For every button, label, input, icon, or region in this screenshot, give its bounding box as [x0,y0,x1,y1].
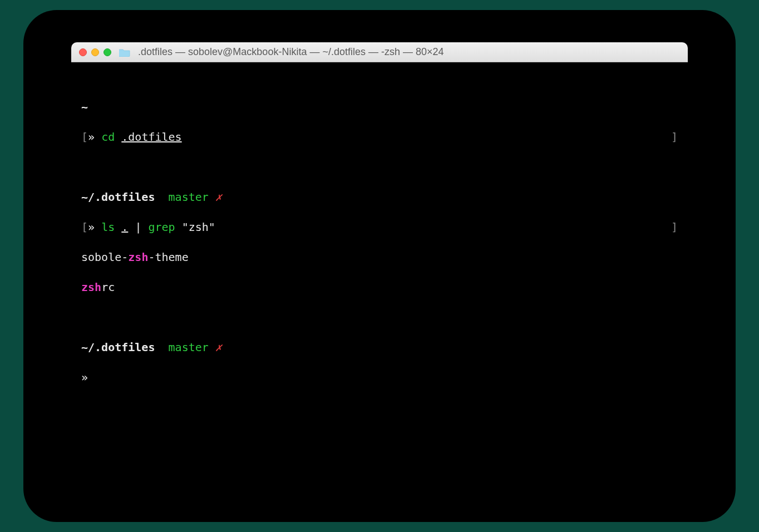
cmd-cd: cd [101,130,115,144]
grep-match: zsh [128,250,148,264]
cwd: ~ [81,100,88,114]
close-icon[interactable] [79,48,87,56]
git-branch: master [169,341,209,354]
cmd-arg-dotfiles: .dotfiles [121,130,181,144]
cmd-grep: grep [148,220,175,234]
git-dirty-icon: ✗ [215,190,222,204]
left-bracket: [ [81,130,88,144]
traffic-lights [79,48,111,56]
prompt: » [88,130,95,144]
output-line: sobole-zsh-theme [81,250,678,265]
cmd-ls: ls [101,220,115,234]
left-bracket: [ [81,220,88,234]
cwd: ~/.dotfiles [81,190,155,204]
right-bracket: ] [671,130,678,145]
pipe: | [135,220,141,234]
prompt: » [88,220,95,234]
git-branch: master [169,190,209,204]
terminal-body[interactable]: ~ [» cd .dotfiles] ~/.dotfiles master ✗ … [71,62,688,443]
titlebar[interactable]: .dotfiles — sobolev@Mackbook-Nikita — ~/… [71,42,688,62]
git-dirty-icon: ✗ [215,341,222,354]
output-line: zshrc [81,280,678,295]
cwd: ~/.dotfiles [81,341,155,354]
cmd-arg-dot: . [121,220,128,234]
zoom-icon[interactable] [103,48,111,56]
grep-match: zsh [81,280,101,294]
terminal-window: .dotfiles — sobolev@Mackbook-Nikita — ~/… [71,42,688,443]
minimize-icon[interactable] [91,48,99,56]
folder-icon [119,48,130,57]
right-bracket: ] [671,220,678,235]
outer-frame: .dotfiles — sobolev@Mackbook-Nikita — ~/… [23,10,736,522]
window-title: .dotfiles — sobolev@Mackbook-Nikita — ~/… [138,46,444,58]
cmd-greparg: "zsh" [182,220,215,234]
prompt[interactable]: » [81,371,88,384]
